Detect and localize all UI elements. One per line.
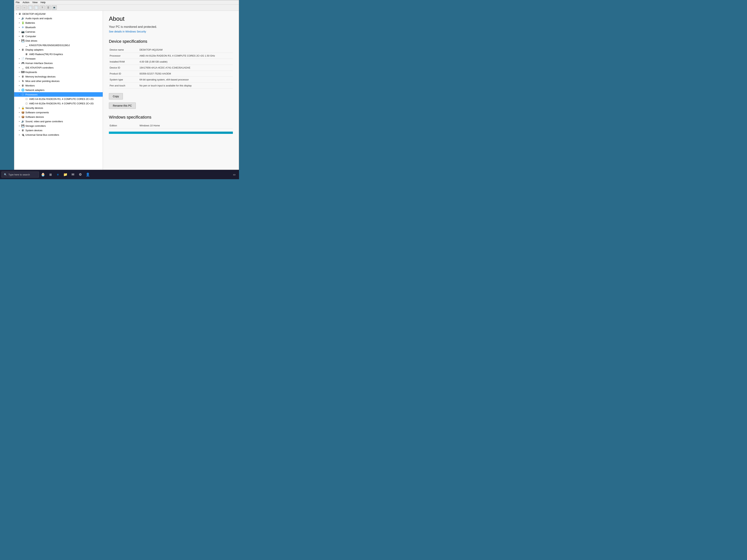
tree-item-sysdev[interactable]: ► 🖥 System devices bbox=[14, 128, 103, 133]
displayadapters-icon: 🖥 bbox=[21, 48, 25, 52]
tree-item-ide[interactable]: ► ⎯ IDE ATA/ATAPI controllers bbox=[14, 65, 103, 70]
tree-item-computer[interactable]: ► 🖥 Computer bbox=[14, 34, 103, 38]
taskbar-settings[interactable]: ⚙ bbox=[77, 171, 84, 178]
tree-item-firmware[interactable]: ► 📄 Firmware bbox=[14, 56, 103, 61]
softdev-icon: 📦 bbox=[21, 115, 25, 119]
menu-help[interactable]: Help bbox=[41, 1, 46, 4]
search-box[interactable]: 🔍 Type here to search bbox=[1, 171, 39, 178]
toolbar-btn2[interactable]: 📄 bbox=[34, 5, 39, 10]
taskbar-user[interactable]: 👤 bbox=[84, 171, 91, 178]
tree-item-softdev[interactable]: ► 📦 Software devices bbox=[14, 115, 103, 119]
tree-item-cameras[interactable]: ► 📷 Cameras bbox=[14, 29, 103, 34]
tree-item-cpu1[interactable]: □ AMD A4-9120e RADEON R3, 4 COMPUTE CORE… bbox=[14, 97, 103, 101]
cameras-expander: ► bbox=[18, 30, 21, 33]
spec-value-productid: 00356-02157-75292-AAOEM bbox=[139, 71, 233, 77]
taskbar-explorer[interactable]: 📁 bbox=[62, 171, 69, 178]
keyboards-label: Keyboards bbox=[25, 71, 37, 74]
tree-item-keyboards[interactable]: ► ⌨ Keyboards bbox=[14, 70, 103, 74]
firmware-label: Firmware bbox=[25, 57, 35, 60]
taskbar-mail[interactable]: ✉ bbox=[70, 171, 76, 178]
toolbar-btn1[interactable]: 📄 bbox=[28, 5, 33, 10]
cpu1-icon: □ bbox=[25, 97, 28, 101]
diskdrives-expander: ▼ bbox=[18, 39, 21, 42]
tree-item-diskdrives[interactable]: ▼ 💾 Disk drives bbox=[14, 38, 103, 43]
tree-item-sound[interactable]: ► 🔊 Sound, video and game controllers bbox=[14, 119, 103, 124]
taskbar-edge[interactable]: e bbox=[54, 171, 61, 178]
memtech-icon: 🖥 bbox=[21, 75, 25, 78]
mice-label: Mice and other pointing devices bbox=[25, 80, 59, 82]
tree-root[interactable]: ▼ 🖥 DESKTOP-I4QJGAM bbox=[14, 11, 103, 16]
cpu2-expander bbox=[22, 102, 25, 105]
tree-item-mice[interactable]: ► 🖱 Mice and other pointing devices bbox=[14, 79, 103, 83]
accent-bar bbox=[109, 132, 233, 134]
menu-file[interactable]: File bbox=[16, 1, 20, 4]
spec-value-deviceid: 19A17656-4A1A-4CDC-A741-C34E35A1ADAE bbox=[139, 65, 233, 71]
memtech-expander: ► bbox=[18, 75, 21, 78]
tree-item-memtech[interactable]: ► 🖥 Memory technology devices bbox=[14, 74, 103, 79]
keyboards-icon: ⌨ bbox=[21, 70, 25, 74]
toolbar-btn4[interactable]: ☰ bbox=[46, 5, 51, 10]
audio-icon: 🔊 bbox=[21, 17, 25, 20]
processors-label: Processors bbox=[25, 93, 37, 96]
toolbar-btn5[interactable]: 💻 bbox=[52, 5, 57, 10]
taskbar-display-icon[interactable]: ▭ bbox=[231, 171, 237, 178]
copy-button-container: Copy bbox=[109, 92, 233, 100]
forward-button[interactable]: → bbox=[22, 5, 27, 10]
device-specs-title: Device specifications bbox=[109, 39, 233, 44]
spec-row-devicename: Device name DESKTOP-I4QJGAM bbox=[109, 47, 233, 53]
spec-label-devicename: Device name bbox=[109, 47, 139, 53]
processors-icon: □ bbox=[21, 92, 25, 96]
monitors-expander: ► bbox=[18, 84, 21, 87]
monitors-label: Monitors bbox=[25, 84, 35, 87]
spec-row-systemtype: System type 64-bit operating system, x64… bbox=[109, 77, 233, 83]
tree-item-softcomp[interactable]: ► 📦 Software components bbox=[14, 110, 103, 115]
tree-item-usb[interactable]: ► 🔌 Universal Serial Bus controllers bbox=[14, 133, 103, 137]
tree-item-displayadapters[interactable]: ▼ 🖥 Display adapters bbox=[14, 47, 103, 52]
security-link[interactable]: See details in Windows Security bbox=[109, 30, 233, 33]
softdev-label: Software devices bbox=[25, 115, 44, 118]
spec-label-processor: Processor bbox=[109, 53, 139, 59]
device-manager-window: File Action View Help ← → 📄 📄 ? ☰ 💻 ▼ 🖥 … bbox=[14, 0, 239, 170]
spec-label-pentouch: Pen and touch bbox=[109, 83, 139, 89]
cpu2-icon: □ bbox=[25, 102, 28, 105]
spec-row-productid: Product ID 00356-02157-75292-AAOEM bbox=[109, 71, 233, 77]
device-specs-table: Device name DESKTOP-I4QJGAM Processor AM… bbox=[109, 47, 233, 89]
tree-item-batteries[interactable]: ► 🔋 Batteries bbox=[14, 21, 103, 25]
ide-label: IDE ATA/ATAPI controllers bbox=[25, 66, 54, 69]
spec-value-devicename: DESKTOP-I4QJGAM bbox=[139, 47, 233, 53]
tree-item-hid[interactable]: ► 🎮 Human Interface Devices bbox=[14, 61, 103, 65]
tree-item-bluetooth[interactable]: ► ⭘ Bluetooth bbox=[14, 25, 103, 29]
spec-label-edition: Edition bbox=[109, 123, 139, 129]
firmware-expander: ► bbox=[18, 57, 21, 60]
batteries-icon: 🔋 bbox=[21, 21, 25, 25]
rename-button[interactable]: Rename this PC bbox=[109, 103, 136, 109]
tree-item-monitors[interactable]: ► 🖥 Monitors bbox=[14, 83, 103, 88]
tree-item-storage[interactable]: ► 💾 Storage controllers bbox=[14, 124, 103, 128]
tree-item-amdgfx[interactable]: 🖥 AMD Radeon(TM) R3 Graphics bbox=[14, 52, 103, 56]
copy-button[interactable]: Copy bbox=[109, 93, 123, 100]
network-expander: ► bbox=[18, 88, 21, 91]
menu-view[interactable]: View bbox=[32, 1, 37, 4]
batteries-expander: ► bbox=[18, 21, 21, 24]
cpu2-label: AMD A4-9120e RADEON R3, 4 COMPUTE CORES … bbox=[29, 102, 94, 105]
memtech-label: Memory technology devices bbox=[25, 75, 55, 78]
spec-row-edition: Edition Windows 10 Home bbox=[109, 123, 233, 129]
tree-item-cpu2[interactable]: □ AMD A4-9120e RADEON R3, 4 COMPUTE CORE… bbox=[14, 101, 103, 106]
tree-item-security[interactable]: ► 🔒 Security devices bbox=[14, 106, 103, 110]
menu-bar: File Action View Help bbox=[14, 0, 239, 5]
tree-item-processors[interactable]: ▼ □ Processors bbox=[14, 92, 103, 97]
taskbar-cupcake[interactable]: 🧁 bbox=[40, 171, 46, 178]
taskbar-multitask[interactable]: ⊞ bbox=[47, 171, 54, 178]
about-panel: About Your PC is monitored and protected… bbox=[103, 11, 239, 170]
tree-item-audio[interactable]: ► 🔊 Audio inputs and outputs bbox=[14, 16, 103, 21]
spec-value-systemtype: 64-bit operating system, x64-based proce… bbox=[139, 77, 233, 83]
back-button[interactable]: ← bbox=[16, 5, 21, 10]
tree-item-network[interactable]: ► 🌐 Network adapters bbox=[14, 88, 103, 92]
menu-action[interactable]: Action bbox=[23, 1, 29, 4]
spec-row-ram: Installed RAM 4.00 GB (3.88 GB usable) bbox=[109, 59, 233, 65]
search-placeholder: Type here to search bbox=[8, 173, 30, 176]
storage-icon: 💾 bbox=[21, 124, 25, 128]
toolbar-btn3[interactable]: ? bbox=[40, 5, 45, 10]
windows-specs-table: Edition Windows 10 Home bbox=[109, 123, 233, 129]
tree-item-kingston[interactable]: ⎯ KINGSTON RBUSNS8180DS3128GJ bbox=[14, 43, 103, 47]
